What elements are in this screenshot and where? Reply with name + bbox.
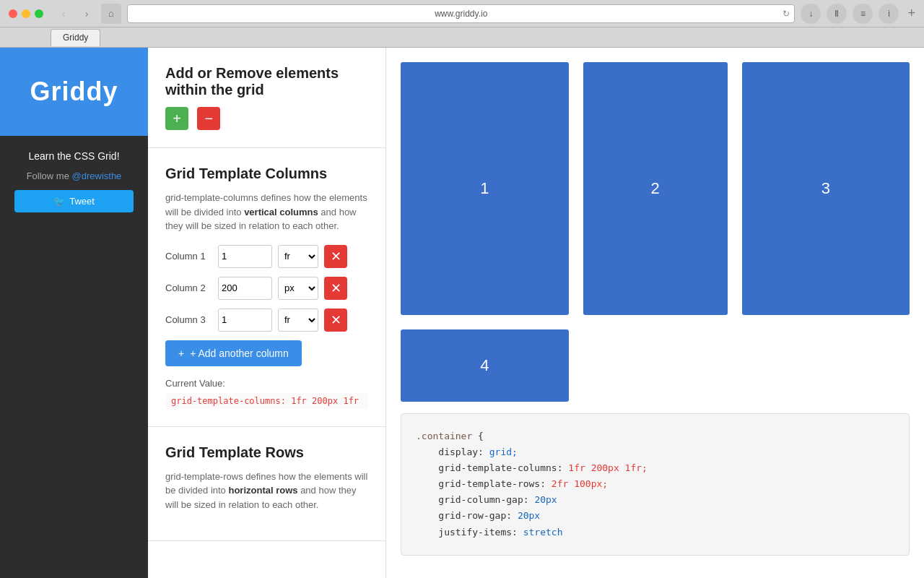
close-btn[interactable] xyxy=(9,9,17,18)
code-prop-justify: justify-items: xyxy=(438,527,523,538)
add-remove-section: Add or Remove elements within the grid +… xyxy=(148,48,385,148)
tab-title: Griddy xyxy=(63,33,88,43)
add-column-button[interactable]: + + Add another column xyxy=(165,340,302,366)
column-2-unit[interactable]: pxfr%emauto xyxy=(278,277,318,300)
add-remove-buttons: + − xyxy=(165,107,368,130)
home-button[interactable]: ⌂ xyxy=(101,4,121,24)
sidebar-bottom: Learn the CSS Grid! Follow me @drewisthe… xyxy=(0,136,148,578)
column-3-input[interactable] xyxy=(218,309,272,332)
column-1-input[interactable] xyxy=(218,245,272,268)
column-2-label: Column 2 xyxy=(165,282,212,293)
grid-preview: 1 2 3 4 xyxy=(401,62,910,402)
code-prop-columns: grid-template-columns: xyxy=(438,462,568,473)
code-prop-rows: grid-template-rows: xyxy=(438,478,552,489)
add-remove-title: Add or Remove elements within the grid xyxy=(165,65,368,98)
browser-actions: ↓ Ⅱ ≡ i xyxy=(801,4,899,24)
preview-area: 1 2 3 4 .container { display: grid; grid… xyxy=(386,48,924,578)
code-prop-display: display: xyxy=(438,447,489,457)
column-2-delete-button[interactable]: ✕ xyxy=(324,277,347,300)
follow-text: Follow me @drewisthe xyxy=(14,171,134,181)
grid-cell-4: 4 xyxy=(401,329,569,402)
minimize-btn[interactable] xyxy=(22,9,30,18)
app-body: Griddy Learn the CSS Grid! Follow me @dr… xyxy=(0,48,924,578)
add-column-label: + Add another column xyxy=(190,348,289,359)
column-2-input[interactable] xyxy=(218,277,272,300)
add-element-button[interactable]: + xyxy=(165,107,188,130)
info-btn[interactable]: i xyxy=(879,4,899,24)
brand-title: Griddy xyxy=(30,77,118,107)
columns-desc: grid-template-columns defines how the el… xyxy=(165,191,368,233)
maximize-btn[interactable] xyxy=(35,9,43,18)
traffic-lights xyxy=(9,9,43,18)
current-value-display: grid-template-columns: 1fr 200px 1fr xyxy=(165,393,368,409)
code-selector: .container xyxy=(416,431,472,441)
grid-cell-3: 3 xyxy=(742,62,910,315)
column-1-unit[interactable]: frpx%emauto xyxy=(278,245,318,268)
rows-section: Grid Template Rows grid-template-rows de… xyxy=(148,427,385,542)
column-row-3: Column 3 frpx%emauto ✕ xyxy=(165,309,368,332)
download-btn[interactable]: ↓ xyxy=(801,4,821,24)
column-1-label: Column 1 xyxy=(165,251,212,262)
current-value-label: Current Value: xyxy=(165,378,368,389)
active-tab[interactable]: Griddy xyxy=(51,29,100,46)
rows-title: Grid Template Rows xyxy=(165,444,368,461)
code-prop-col-gap: grid-column-gap: xyxy=(438,494,534,505)
plus-icon: + xyxy=(178,348,184,359)
back-button[interactable]: ‹ xyxy=(55,5,72,22)
grid-cell-1: 1 xyxy=(401,62,569,315)
twitter-icon: 🐦 xyxy=(53,196,65,207)
tab-bar: Griddy xyxy=(0,27,924,48)
sidebar: Griddy Learn the CSS Grid! Follow me @dr… xyxy=(0,48,148,578)
new-tab-button[interactable]: + xyxy=(907,6,915,21)
reload-button[interactable]: ↻ xyxy=(783,9,790,19)
grid-cell-2: 2 xyxy=(583,62,728,315)
reader-btn[interactable]: Ⅱ xyxy=(827,4,847,24)
column-3-unit[interactable]: frpx%emauto xyxy=(278,309,318,332)
column-row-2: Column 2 pxfr%emauto ✕ xyxy=(165,277,368,300)
column-row-1: Column 1 frpx%emauto ✕ xyxy=(165,245,368,268)
column-3-delete-button[interactable]: ✕ xyxy=(324,309,347,332)
sidebar-brand: Griddy xyxy=(0,48,148,136)
control-panel: Add or Remove elements within the grid +… xyxy=(148,48,386,578)
code-prop-row-gap: grid-row-gap: xyxy=(438,510,518,521)
layers-btn[interactable]: ≡ xyxy=(853,4,873,24)
rows-desc: grid-template-rows defines how the eleme… xyxy=(165,470,368,512)
code-block: .container { display: grid; grid-templat… xyxy=(401,413,910,556)
tweet-button[interactable]: 🐦 Tweet xyxy=(14,190,134,212)
browser-titlebar: ‹ › ⌂ www.griddy.io ↻ ↓ Ⅱ ≡ i + xyxy=(0,0,924,27)
columns-section: Grid Template Columns grid-template-colu… xyxy=(148,148,385,427)
forward-button[interactable]: › xyxy=(78,5,95,22)
code-open-brace: { xyxy=(478,431,484,441)
remove-element-button[interactable]: − xyxy=(197,107,220,130)
url-bar[interactable]: www.griddy.io ↻ xyxy=(127,4,795,23)
twitter-link[interactable]: @drewisthe xyxy=(72,171,122,181)
learn-text: Learn the CSS Grid! xyxy=(14,150,134,162)
column-3-label: Column 3 xyxy=(165,314,212,325)
url-text: www.griddy.io xyxy=(435,9,487,19)
column-1-delete-button[interactable]: ✕ xyxy=(324,245,347,268)
columns-title: Grid Template Columns xyxy=(165,165,368,182)
browser-window: ‹ › ⌂ www.griddy.io ↻ ↓ Ⅱ ≡ i + Griddy G… xyxy=(0,0,924,578)
